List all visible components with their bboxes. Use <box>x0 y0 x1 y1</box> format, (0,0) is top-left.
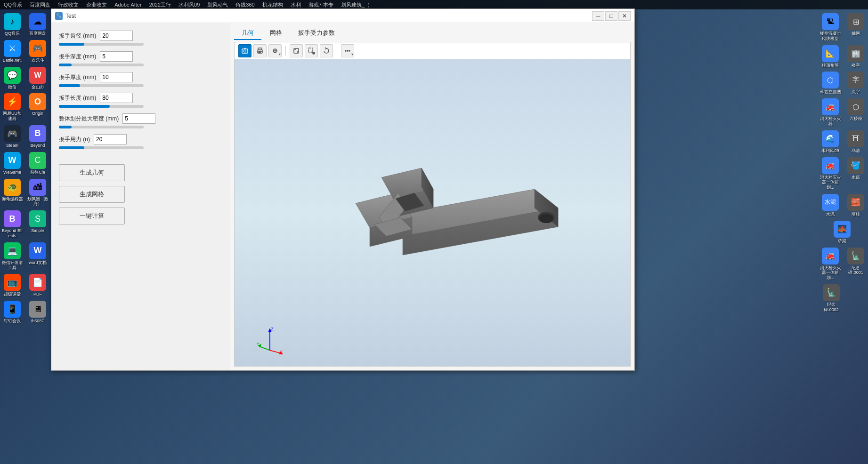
viewport-zoom-box-button[interactable] <box>305 44 318 57</box>
desktop-icon-xuezi[interactable]: 🏢 楼字 <box>844 44 868 70</box>
taskbar-item-game[interactable]: 游戏7·本专 <box>307 1 335 8</box>
desktop-icon-liujiao[interactable]: ⬡ 六棱模 <box>844 97 868 128</box>
desktop-icon-turtle[interactable]: 🐢 海龟编程器 <box>0 177 24 208</box>
maximize-button[interactable]: □ <box>605 11 617 21</box>
desktop-icon-ib508[interactable]: 🖥 ib508F <box>25 299 50 325</box>
desktop-icon-qiang[interactable]: 🧱 墙柱 <box>844 192 868 218</box>
desktop-icon-steam[interactable]: 🎮 Steam <box>0 124 24 150</box>
desktop-icon-liuzi[interactable]: 字 流字 <box>844 70 868 96</box>
tab-geometry[interactable]: 几何 <box>234 27 261 40</box>
desktop-icon-zhujiao[interactable]: 📐 柱顶角等 <box>818 44 843 70</box>
svg-rect-0 <box>242 49 248 53</box>
desktop-icon-shuizhu[interactable]: 水泥 水泥 <box>818 192 843 218</box>
svg-text:Z: Z <box>271 327 274 331</box>
right-desktop-icons: 🏗 镂空混凝土砌块模型 ⊞ 轴网 📐 柱顶角等 🏢 楼字 ⬡ 莓兹立圆圈 字 流… <box>816 12 868 314</box>
desktop-icon-qq-music[interactable]: ♪ QQ音乐 <box>0 12 24 38</box>
desktop-icon-xiaofang3[interactable]: 🚒 消火栓灭火器一体箱 划... <box>818 246 843 282</box>
taskbar-item-admin[interactable]: 行政收文 <box>56 1 81 8</box>
svg-rect-5 <box>259 51 261 52</box>
tabs-bar: 几何 网格 扳手受力参数 <box>234 27 631 40</box>
desktop-icon-qiaoliang[interactable]: 🌉 桥梁 <box>816 219 868 245</box>
desktop-icon-jinianbi2[interactable]: 🗽 纪念碑.0002 <box>819 283 844 314</box>
viewport-zoom-fit-button[interactable] <box>290 44 303 57</box>
desktop-icon-baicle[interactable]: C 前往Cle <box>25 151 50 176</box>
taskbar-item-baidu[interactable]: 百度网盘 <box>28 1 52 8</box>
tab-mesh[interactable]: 网格 <box>262 27 290 40</box>
taskbar-item-water2[interactable]: 水利 <box>289 1 303 8</box>
app-window: 🔧 Test ─ □ ✕ 扳手齿径 (mm) <box>51 8 635 371</box>
desktop-icon-simple[interactable]: S Simple <box>25 209 50 240</box>
desktop-icon-xiaofang2[interactable]: 🚒 消火栓灭火器一体箱 划... <box>818 156 843 192</box>
tab-params[interactable]: 扳手受力参数 <box>291 27 342 40</box>
desktop-icon-chaoji[interactable]: 📺 超级课堂 <box>0 272 24 298</box>
right-panel: 几何 网格 扳手受力参数 ▾ <box>230 23 634 370</box>
desktop-icon-dingtalk[interactable]: 📱 钉钉会议 <box>0 299 24 325</box>
close-button[interactable]: ✕ <box>618 11 631 21</box>
viewport-rotate-button[interactable] <box>320 44 333 57</box>
param-label-max-density: 整体划分最大密度 (mm) <box>59 115 119 123</box>
viewport-more-button[interactable]: ▾ <box>341 44 354 57</box>
viewport-canvas[interactable]: Z X Y <box>235 59 630 366</box>
desktop-icon-shuitong[interactable]: 🪣 水筒 <box>844 156 868 192</box>
desktop-icon-liuzhou[interactable]: 🏙 划风洲（政府） <box>25 177 50 208</box>
desktop-icon-word[interactable]: W word文档 <box>25 241 50 272</box>
param-label-force: 扳手用力 (n) <box>59 136 90 144</box>
desktop-icon-wangyu[interactable]: ⚡ 网易UU加速器 <box>0 92 24 123</box>
param-tooth-depth: 扳手深度 (mm) <box>59 51 223 66</box>
desktop-icon-yy[interactable]: 🎮 欢乐斗 <box>25 39 50 64</box>
viewport-toolbar: ▾ ▾ <box>235 42 630 59</box>
param-input-tooth-diameter[interactable] <box>100 31 133 41</box>
param-label-thickness: 扳手厚度 (mm) <box>59 73 96 81</box>
desktop-icon-jinshan[interactable]: W 金山办 <box>25 65 50 91</box>
param-label-length: 扳手长度 (mm) <box>59 94 96 102</box>
taskbar-item-mech[interactable]: 机花结构 <box>260 1 285 8</box>
param-max-density: 整体划分最大密度 (mm) <box>59 113 223 128</box>
toolbar-separator-1 <box>285 46 286 56</box>
desktop-icon-beyond-fx[interactable]: B Beyond Effects <box>0 209 24 240</box>
desktop-icon-origin[interactable]: O Origin <box>25 92 50 123</box>
left-desktop-icons: ♪ QQ音乐 ☁ 百度网盘 ⚔ Battle.net. 🎮 欢乐斗 💬 微信 W… <box>0 12 52 325</box>
viewport-print-button[interactable] <box>253 44 267 57</box>
taskbar-item-adobe[interactable]: Adobe After <box>113 2 144 8</box>
taskbar-item-2022[interactable]: 2022工行 <box>147 1 173 8</box>
desktop-icon-pdf[interactable]: 📄 PDF <box>25 272 50 298</box>
desktop-icon-wechat-dev[interactable]: 💻 微信开发者工具 <box>0 241 24 272</box>
param-input-tooth-depth[interactable] <box>100 51 133 62</box>
minimize-button[interactable]: ─ <box>592 11 604 21</box>
taskbar-item-water[interactable]: 水利风09 <box>177 1 202 8</box>
desktop-icon-meizhuli[interactable]: ⬡ 莓兹立圆圈 <box>818 70 843 96</box>
viewport-camera-button[interactable] <box>238 44 251 57</box>
action-buttons: 生成几何 生成网格 一键计算 <box>59 164 223 224</box>
desktop-icon-baidu[interactable]: ☁ 百度网盘 <box>25 12 50 38</box>
desktop-icon-wechat[interactable]: 💬 微信 <box>0 65 24 91</box>
desktop-icon-zhouwan[interactable]: ⊞ 轴网 <box>844 12 868 43</box>
calc-button[interactable]: 一键计算 <box>59 208 125 224</box>
taskbar-item-qq-music[interactable]: QQ音乐 <box>2 1 24 8</box>
param-input-force[interactable] <box>94 134 127 144</box>
svg-rect-6 <box>259 52 260 53</box>
desktop-icon-wegame[interactable]: W WeGame <box>0 151 24 176</box>
desktop-icon-hunningtu[interactable]: 🏗 镂空混凝土砌块模型 <box>818 12 843 43</box>
param-input-max-density[interactable] <box>122 113 155 124</box>
app-title: Test <box>65 13 589 19</box>
viewport-view-button[interactable]: ▾ <box>268 44 282 57</box>
window-controls: ─ □ ✕ <box>592 11 631 21</box>
desktop-icon-jinianbi[interactable]: 🗽 纪念碑.0001 <box>844 246 868 282</box>
svg-point-20 <box>345 50 346 51</box>
param-input-length[interactable] <box>100 93 133 103</box>
param-input-thickness[interactable] <box>100 72 133 82</box>
desktop-icon-beyond[interactable]: B Beyond <box>25 124 50 150</box>
gen-mesh-button[interactable]: 生成网格 <box>59 186 125 203</box>
taskbar-item-wind[interactable]: 划风动气 <box>205 1 230 8</box>
desktop-icon-niao[interactable]: ⛩ 鸟居 <box>844 129 868 155</box>
taskbar-item-arch[interactable]: 划风建筑_（ <box>339 1 372 8</box>
taskbar-item-corp[interactable]: 企业收文 <box>84 1 109 8</box>
desktop-icon-shuili[interactable]: 🌊 水利风09 <box>818 129 843 155</box>
taskbar-item-360[interactable]: 角线360 <box>234 1 256 8</box>
desktop-icon-battlenet[interactable]: ⚔ Battle.net. <box>0 39 24 64</box>
svg-text:X: X <box>280 350 283 354</box>
gen-geometry-button[interactable]: 生成几何 <box>59 164 125 181</box>
desktop-icon-xiaofang[interactable]: 🚒 消火栓灭火器 <box>818 97 843 128</box>
svg-text:Y: Y <box>257 342 260 346</box>
svg-point-27 <box>539 214 553 223</box>
